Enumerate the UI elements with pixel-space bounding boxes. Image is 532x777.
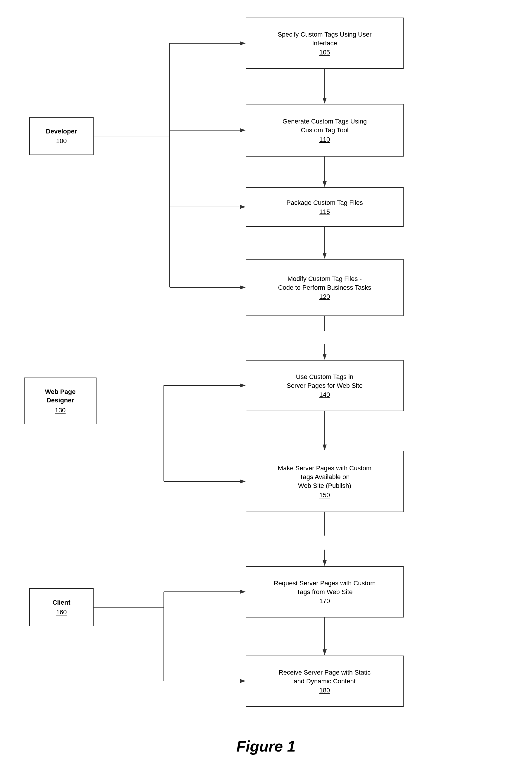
box-115-number: 115 (319, 208, 330, 216)
actor-client-number: 160 (56, 608, 67, 616)
actor-web-page-designer: Web PageDesigner 130 (24, 377, 97, 424)
box-105-number: 105 (319, 48, 330, 56)
flow-box-115: Package Custom Tag Files 115 (246, 187, 404, 227)
box-180-label: Receive Server Page with Staticand Dynam… (279, 668, 371, 685)
flow-box-150: Make Server Pages with CustomTags Availa… (246, 451, 404, 512)
actor-developer: Developer 100 (29, 117, 94, 155)
flow-box-140: Use Custom Tags inServer Pages for Web S… (246, 360, 404, 411)
flow-box-180: Receive Server Page with Staticand Dynam… (246, 656, 404, 707)
diagram-container: Developer 100 Web PageDesigner 130 Clien… (0, 0, 532, 761)
box-120-number: 120 (319, 293, 330, 301)
box-170-number: 170 (319, 597, 330, 605)
actor-web-page-designer-number: 130 (55, 407, 66, 414)
box-140-number: 140 (319, 391, 330, 399)
box-110-label: Generate Custom Tags UsingCustom Tag Too… (282, 117, 367, 134)
box-105-label: Specify Custom Tags Using UserInterface (278, 30, 372, 47)
box-150-label: Make Server Pages with CustomTags Availa… (278, 464, 372, 490)
flow-box-170: Request Server Pages with CustomTags fro… (246, 566, 404, 618)
box-140-label: Use Custom Tags inServer Pages for Web S… (287, 372, 363, 390)
figure-caption: Figure 1 (236, 738, 295, 755)
actor-client-label: Client (52, 598, 70, 607)
flow-box-110: Generate Custom Tags UsingCustom Tag Too… (246, 104, 404, 156)
box-150-number: 150 (319, 491, 330, 499)
flow-box-105: Specify Custom Tags Using UserInterface … (246, 18, 404, 69)
actor-developer-label: Developer (46, 127, 77, 136)
actor-client: Client 160 (29, 588, 94, 626)
flow-box-120: Modify Custom Tag Files -Code to Perform… (246, 259, 404, 316)
box-180-number: 180 (319, 687, 330, 694)
box-110-number: 110 (319, 136, 330, 143)
box-115-label: Package Custom Tag Files (286, 198, 363, 207)
box-120-label: Modify Custom Tag Files -Code to Perform… (278, 274, 372, 292)
figure-caption-text: Figure 1 (236, 738, 295, 755)
box-170-label: Request Server Pages with CustomTags fro… (274, 579, 376, 596)
actor-developer-number: 100 (56, 137, 67, 145)
actor-web-page-designer-label: Web PageDesigner (45, 388, 76, 405)
